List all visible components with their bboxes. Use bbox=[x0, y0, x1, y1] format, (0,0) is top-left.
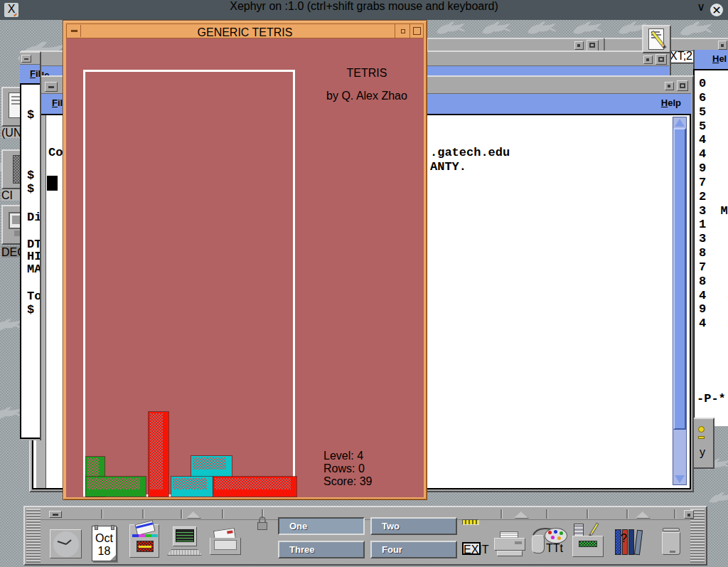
icon-label-xt2[interactable]: XT;2 bbox=[669, 49, 695, 63]
window-menu-button[interactable] bbox=[665, 82, 674, 90]
close-button[interactable]: ✕ bbox=[710, 4, 723, 16]
workspace-button-one[interactable]: One bbox=[278, 517, 365, 535]
subpanel-arrow-icon[interactable] bbox=[514, 512, 528, 518]
tetris-body: TETRIS by Q. Alex Zhao Level: 4 Rows: 0 … bbox=[66, 38, 424, 497]
tetris-logo: TETRIS bbox=[317, 67, 417, 90]
iconified-notepad[interactable] bbox=[642, 25, 671, 53]
window-menu-button[interactable] bbox=[718, 41, 727, 50]
scrollbar-thumb[interactable] bbox=[673, 128, 686, 430]
terminal-line: 6 bbox=[699, 91, 706, 105]
terminal-line: 4 bbox=[699, 147, 706, 161]
menu-help[interactable]: Help bbox=[661, 94, 681, 110]
dolphin-pattern-icon bbox=[707, 491, 728, 505]
keyboard-icon bbox=[167, 549, 202, 556]
subpanel-arrow-icon[interactable] bbox=[636, 512, 650, 518]
dolphin-pattern-icon bbox=[434, 21, 466, 36]
workspace-button-three[interactable]: Three bbox=[278, 541, 365, 558]
subpanel-arrow-icon[interactable] bbox=[186, 512, 200, 518]
applications-launcher[interactable] bbox=[572, 524, 604, 558]
calendar-launcher[interactable]: Oct 18 bbox=[92, 526, 117, 561]
dolphin-pattern-icon bbox=[479, 21, 512, 36]
background-window-titlebar[interactable] bbox=[427, 38, 604, 51]
mail-launcher[interactable] bbox=[210, 528, 241, 556]
background-window-menubar[interactable]: Hel bbox=[693, 50, 728, 69]
panel-left-handle[interactable] bbox=[26, 509, 41, 563]
minimize-button[interactable] bbox=[21, 55, 31, 63]
tetris-rows: Rows: 0 bbox=[323, 462, 372, 475]
minimize-button[interactable] bbox=[45, 82, 58, 92]
tetris-level: Level: 4 bbox=[323, 450, 372, 462]
window-menu-button[interactable] bbox=[643, 55, 653, 64]
calendar-month: Oct bbox=[92, 532, 116, 545]
terminal-launcher[interactable] bbox=[167, 526, 202, 558]
maximize-button[interactable] bbox=[587, 40, 599, 51]
file-manager-launcher[interactable] bbox=[129, 524, 159, 558]
window-menu-button[interactable] bbox=[574, 41, 584, 50]
status-dash-icon bbox=[698, 436, 705, 439]
trash-launcher[interactable] bbox=[661, 528, 681, 558]
terminal-line: $ bbox=[27, 182, 34, 196]
close-icon: ✕ bbox=[712, 4, 721, 16]
tetromino-red-i-horizontal bbox=[213, 477, 296, 497]
tetromino-cyan-top bbox=[191, 456, 232, 477]
window-fragment[interactable]: y bbox=[692, 418, 714, 469]
chevron-down-icon[interactable]: ∨ bbox=[694, 0, 708, 20]
scroll-down-icon[interactable] bbox=[675, 475, 685, 483]
terminal-line: 4 S bbox=[699, 317, 728, 331]
workspace-button-four[interactable]: Four bbox=[370, 541, 457, 558]
maximize-button[interactable] bbox=[677, 80, 688, 91]
clock-launcher[interactable] bbox=[50, 529, 82, 558]
help-launcher[interactable]: ? bbox=[614, 528, 645, 556]
maximize-button[interactable] bbox=[655, 54, 667, 65]
tetris-titlebar[interactable]: GENERIC TETRIS bbox=[66, 23, 424, 38]
tetromino-cyan-bottom bbox=[171, 477, 213, 497]
printer-launcher[interactable] bbox=[494, 531, 525, 557]
trash-body-icon bbox=[662, 532, 680, 555]
workspace-button-two[interactable]: Two bbox=[370, 517, 457, 535]
terminal-line: 8 bbox=[699, 246, 706, 260]
terminal-line: 8 bbox=[699, 275, 706, 289]
panel-top-strip bbox=[41, 509, 690, 520]
terminal-line: HI bbox=[27, 250, 40, 264]
book-icon bbox=[634, 530, 643, 556]
terminal-content[interactable]: $ $ $ Di DT HI MA To $ bbox=[20, 83, 40, 439]
style-manager-launcher[interactable]: TTt bbox=[532, 525, 567, 558]
lock-icon[interactable] bbox=[257, 516, 267, 530]
terminal-line: 5 bbox=[699, 120, 706, 134]
dolphin-pattern-icon bbox=[525, 21, 557, 36]
front-panel: Oct 18 One Two Three Four EX bbox=[23, 506, 707, 566]
status-dot-icon bbox=[698, 426, 705, 433]
printer-body-icon bbox=[494, 538, 525, 551]
drawer-icon bbox=[572, 536, 604, 557]
terminal-line: 5 bbox=[699, 105, 706, 120]
exit-button[interactable]: EXIT bbox=[462, 542, 481, 555]
terminal-line: 3 bbox=[699, 232, 706, 246]
window-menubar[interactable]: File bbox=[20, 65, 40, 83]
book-icon bbox=[628, 529, 634, 555]
tetromino-red-i-vertical bbox=[149, 412, 168, 497]
terminal-line: 0 bbox=[699, 77, 706, 91]
panel-menu-button[interactable] bbox=[684, 510, 694, 519]
menu-help[interactable]: Hel bbox=[712, 50, 727, 66]
background-terminal-content[interactable]: 0 6 5 5 4 4 9 7 2 3 M 1 3 8 7 8 4 S 9 4 … bbox=[693, 69, 728, 426]
window-titlebar[interactable] bbox=[20, 53, 40, 65]
window-tetris[interactable]: GENERIC TETRIS TETRIS by Q. Alex Zhao Le… bbox=[63, 20, 427, 500]
dolphin-pattern-icon bbox=[677, 20, 714, 38]
menu-file[interactable]: File bbox=[30, 65, 40, 81]
folder-tabs-icon bbox=[132, 534, 158, 537]
terminal-line: MA bbox=[27, 263, 40, 277]
vertical-scrollbar[interactable] bbox=[673, 117, 687, 485]
maximize-button[interactable] bbox=[410, 24, 423, 38]
scroll-up-icon[interactable] bbox=[675, 119, 685, 127]
terminal-line: $ bbox=[27, 303, 34, 317]
terminal-line: $ bbox=[27, 108, 34, 122]
mail-tray-icon bbox=[210, 538, 241, 555]
xephyr-titlebar[interactable]: X Xephyr on :1.0 (ctrl+shift grabs mouse… bbox=[0, 0, 728, 20]
calculator-icon bbox=[574, 524, 584, 536]
terminal-line: 9 bbox=[699, 302, 706, 317]
pin-icon bbox=[111, 525, 114, 530]
window-menu-button[interactable] bbox=[395, 24, 410, 38]
window-terminal-narrow[interactable]: File $ $ $ Di DT HI MA To $ bbox=[20, 51, 41, 440]
terminal-line: 3 M bbox=[699, 204, 728, 218]
panel-minimize-button[interactable] bbox=[49, 511, 62, 518]
